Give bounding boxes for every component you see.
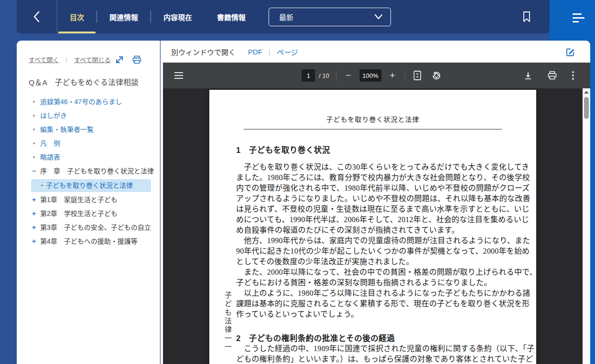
text-line: は見られず、不登校の児童・生徒数は現在に至るまで高い水準を示すとともに、いじ (236, 204, 520, 214)
paragraph: 子どもを取り巻く状況は、この30年くらいをとってみるだけでも大きく変化してきまし… (236, 162, 520, 236)
text-line: 課題は基本的に克服されることなく累積する形で、現在の子どもを取り巻く状況を形 (236, 299, 520, 309)
print-toc-button[interactable] (132, 55, 141, 64)
section-heading: 1 子どもを取り巻く状況 (236, 144, 520, 155)
top-header: 目次 関連情報 内容現在 書籍情報 最新 (17, 0, 550, 33)
text-line: 90年代に起きた10代の少年が起こしたいくつかの事件が契機となって、2000年を… (236, 246, 520, 257)
toc-item-label: 略語表 (40, 153, 60, 161)
section-heading: 2 子どもの権利条約の批准とその後の経過 (236, 332, 520, 343)
pdf-canvas-area: 子どもを取り巻く状況と法律 1 子どもを取り巻く状況 子どもを取り巻く状況は、こ… (163, 88, 583, 364)
link-separator: | (269, 48, 270, 56)
bullet-icon: • (30, 139, 38, 148)
corner-menu-area (550, 0, 595, 41)
collapse-minus-icon[interactable]: − (30, 167, 38, 176)
pdf-scrollbar[interactable] (583, 88, 590, 364)
version-dropdown[interactable]: 最新 (269, 8, 391, 26)
app-menu-button[interactable] (573, 13, 584, 25)
text-line: 子どもを取り巻く状況は、この30年くらいをとってみるだけでも大きく変化してき (236, 162, 520, 172)
book-title: Q＆A 子どもをめぐる法律相談 (29, 76, 154, 87)
zoom-level-input[interactable]: 100% (359, 69, 381, 82)
tab-book-info[interactable]: 書籍情報 (205, 0, 258, 33)
toc-link-item[interactable]: •凡 例 (29, 137, 154, 150)
pdf-link[interactable]: PDF (248, 48, 262, 56)
toc-chapter-item[interactable]: +第1章 家庭生活と子ども (29, 193, 154, 207)
tab-related-info[interactable]: 関連情報 (97, 0, 151, 33)
toc-link-item[interactable]: •子どもを取り巻く状況と法律 (31, 179, 151, 192)
bullet-icon: • (30, 111, 38, 120)
toc-chapter-item[interactable]: −序 章 子どもを取り巻く状況と法律 (29, 164, 154, 178)
chevron-down-icon (374, 14, 383, 20)
content-header: 別ウィンドウで開く PDF | ページ (161, 41, 590, 63)
bullet-icon: • (38, 181, 46, 190)
close-all-link[interactable]: すべて閉じる (74, 55, 111, 64)
page-number-input[interactable]: 1 (302, 69, 315, 82)
expand-panel-button[interactable] (115, 55, 124, 64)
scroll-up-arrow[interactable] (583, 88, 590, 96)
bullet-icon: • (30, 153, 38, 162)
bullet-icon: • (30, 97, 38, 107)
scrollbar-thumb[interactable] (584, 97, 589, 119)
toc-item-label: 編集・執筆者一覧 (40, 126, 94, 133)
header-tabs: 目次 関連情報 内容現在 書籍情報 (57, 0, 258, 33)
toc-item-label: 第1章 家庭生活と子ども (40, 196, 118, 203)
app-window: 目次 関連情報 内容現在 書籍情報 最新 すべて開く | (0, 0, 595, 364)
fit-page-button[interactable] (411, 69, 423, 82)
text-line: 内での管理が強化される中で、1980年代前半以降、いじめや不登校の問題がクローズ (236, 183, 520, 193)
rotate-button[interactable] (430, 69, 443, 82)
rotate-ccw-icon (432, 71, 441, 80)
printer-icon (132, 55, 141, 64)
edit-note-icon (566, 47, 575, 56)
text-line: こうした経過の中、1989年に国連で採択された児童の権利に関する条約（以下、「子 (236, 343, 520, 354)
toc-item-label: はしがき (40, 112, 67, 119)
paragraph: 他方、1990年代からは、家庭内での児童虐待の問題が注目されるようになり、また9… (236, 236, 520, 267)
text-line: 他方、1990年代からは、家庭内での児童虐待の問題が注目されるようになり、また (236, 236, 520, 246)
toc-link-item[interactable]: •はしがき (29, 109, 154, 123)
printer-icon (548, 71, 557, 80)
toc-chapter-item[interactable]: +第4章 子どもへの援助・援護等 (29, 235, 154, 248)
print-pdf-button[interactable] (546, 69, 559, 82)
text-line: また、2000年以降になって、社会の中での貧困・格差の問題が取り上げられる中で、 (236, 267, 520, 278)
expand-plus-icon[interactable]: + (30, 195, 38, 204)
pdf-menu-button[interactable] (173, 70, 185, 81)
fit-page-icon (413, 71, 421, 80)
page-view-link[interactable]: ページ (277, 47, 298, 57)
text-line: としてその後数度の少年法改正が実施されました。 (236, 257, 520, 267)
annotate-button[interactable] (566, 47, 575, 56)
menu-icon (573, 13, 582, 15)
download-button[interactable] (522, 69, 534, 82)
version-dropdown-value: 最新 (279, 12, 374, 22)
toc-item-label: 子どもを取り巻く状況と法律 (46, 182, 133, 189)
text-line: 作っているといってよいでしょう。 (236, 309, 520, 320)
toc-controls: すべて開く | すべて閉じる (29, 55, 154, 64)
text-line: アップされるようになりました。いじめや不登校の問題は、それ以降も基本的な改善 (236, 193, 520, 204)
back-chevron-icon (32, 11, 42, 23)
expand-plus-icon[interactable]: + (30, 209, 38, 218)
text-line: どもの権利条約」といいます。）は、もっぱら保護の対象であり客体とされていた子ど (236, 354, 520, 364)
page-running-header: 子どもを取り巻く状況と法律 (209, 90, 536, 124)
hamburger-icon (174, 72, 183, 79)
pdf-toolbar: 1 / 10 − 100% + (163, 63, 590, 88)
expand-plus-icon[interactable]: + (30, 223, 38, 232)
toc-chapter-item[interactable]: +第2章 学校生活と子ども (29, 207, 154, 221)
toc-item-label: 第4章 子どもへの援助・援護等 (40, 237, 138, 245)
toc-link-item[interactable]: •略語表 (29, 150, 154, 164)
more-options-button[interactable] (570, 69, 576, 82)
page-count-label: / 10 (319, 72, 329, 79)
tab-current-contents[interactable]: 内容現在 (151, 0, 205, 33)
expand-plus-icon[interactable]: + (30, 237, 38, 246)
open-all-link[interactable]: すべて開く (29, 55, 59, 64)
toc-link-item[interactable]: •編集・執筆者一覧 (29, 123, 154, 137)
bookmark-button[interactable] (522, 0, 531, 33)
open-in-new-window-label: 別ウィンドウで開く (171, 47, 236, 57)
zoom-out-button[interactable]: − (343, 68, 354, 83)
toc-list: •追録第46・47号のあらまし•はしがき•編集・執筆者一覧•凡 例•略語表−序 … (29, 95, 154, 248)
toc-link-item[interactable]: •追録第46・47号のあらまし (29, 95, 154, 109)
text-line: 子どもにおける貧困・格差の深刻な問題も指摘されるようになりました。 (236, 278, 520, 288)
back-button[interactable] (17, 0, 57, 33)
header-rule (244, 129, 502, 129)
bullet-icon: • (30, 125, 38, 134)
right-accent-strip (590, 0, 595, 364)
toc-chapter-item[interactable]: +第3章 子どもの安全、子どもの自立 (29, 221, 154, 235)
tab-toc[interactable]: 目次 (57, 0, 97, 33)
zoom-in-button[interactable]: + (387, 68, 398, 83)
text-line: め自殺事件の報道のたびにその深刻さが指摘されてきています。 (236, 225, 520, 236)
